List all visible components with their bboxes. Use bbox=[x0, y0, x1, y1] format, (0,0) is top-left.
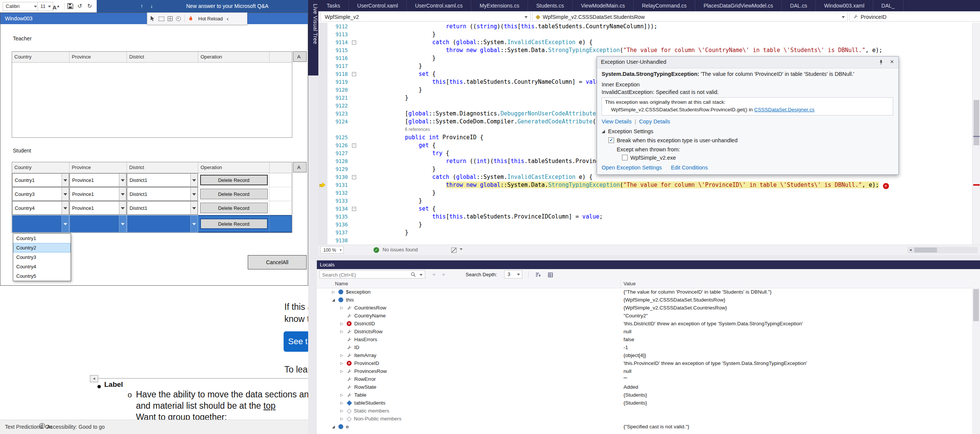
combo-dropdown-button[interactable] bbox=[190, 201, 197, 214]
dropdown-item-country3[interactable]: Country3 bbox=[13, 252, 71, 262]
chevron-down-icon[interactable] bbox=[460, 248, 463, 252]
code-line-9133[interactable]: } bbox=[378, 197, 422, 205]
combo-dropdown-button[interactable] bbox=[119, 201, 126, 214]
undo-icon[interactable]: ↺ bbox=[77, 2, 82, 10]
scroll-left-icon[interactable]: ◄ bbox=[907, 247, 913, 253]
search-box[interactable] bbox=[320, 270, 425, 279]
code-line-9135[interactable]: this[this.tableStudents.ProvinceIDColumn… bbox=[378, 213, 603, 221]
delete-record-button[interactable]: Delete Record bbox=[200, 203, 268, 213]
combo-dropdown-button[interactable] bbox=[190, 174, 197, 187]
code-line-9137[interactable]: } bbox=[378, 229, 408, 237]
redo-icon[interactable]: ↻ bbox=[87, 2, 92, 10]
tab-tasks[interactable]: Tasks bbox=[318, 0, 349, 11]
locals-row-provincesrow[interactable]: ▷ProvincesRownull bbox=[317, 367, 972, 375]
dropdown-item-country5[interactable]: Country5 bbox=[13, 271, 71, 281]
code-line-9132[interactable]: } bbox=[378, 189, 436, 197]
column-header-name[interactable]: Name bbox=[335, 281, 348, 287]
tab-placesdatagridviewmodel-cs[interactable]: PlacesDataGridViewModel.cs bbox=[695, 0, 782, 11]
select-element-icon[interactable] bbox=[150, 16, 155, 22]
see-the-answer-button[interactable]: See t bbox=[284, 331, 308, 352]
scroll-left-icon[interactable]: ◄ bbox=[90, 375, 98, 382]
district-combo[interactable]: District1 bbox=[127, 173, 198, 187]
search-icon[interactable] bbox=[411, 272, 416, 279]
show-layout-icon[interactable] bbox=[168, 16, 173, 21]
expander-icon[interactable]: ◢ bbox=[332, 424, 338, 429]
province-combo[interactable]: Province1 bbox=[70, 173, 127, 187]
pin-icon[interactable] bbox=[879, 60, 883, 66]
locals-row-table[interactable]: ▷Table{Students} bbox=[317, 391, 972, 399]
delete-record-button[interactable]: Delete Record bbox=[200, 175, 268, 185]
word-titlebar[interactable]: ↑ ↓ New answer to your Microsoft Q&A bbox=[97, 0, 308, 13]
combo-dropdown-button[interactable] bbox=[119, 215, 126, 232]
column-header-province[interactable]: Province bbox=[70, 162, 127, 173]
tab-dal-cs[interactable]: DAL.cs bbox=[782, 0, 816, 11]
grow-font-button[interactable]: A▲ bbox=[52, 2, 60, 11]
locals-row-rowstate[interactable]: RowStateAdded bbox=[317, 383, 972, 391]
expander-icon[interactable]: ▷ bbox=[340, 353, 347, 357]
province-combo[interactable]: Province1 bbox=[70, 201, 127, 215]
copy-details-link[interactable]: Copy Details bbox=[639, 119, 670, 125]
grid-icon[interactable] bbox=[545, 270, 555, 279]
locals-row-rowerror[interactable]: RowError"" bbox=[317, 375, 972, 383]
cancel-all-button[interactable]: CancelAll bbox=[248, 255, 307, 269]
combo-dropdown-button[interactable] bbox=[119, 188, 126, 200]
redo-icon[interactable]: ↓ bbox=[150, 3, 153, 9]
code-line-9116[interactable]: } bbox=[378, 54, 436, 62]
search-input[interactable] bbox=[320, 271, 410, 279]
expander-icon[interactable]: ▷ bbox=[340, 306, 347, 310]
break-checkbox[interactable]: ✓ bbox=[608, 137, 614, 143]
display-adorners-icon[interactable] bbox=[159, 17, 164, 21]
scrollbar-thumb[interactable] bbox=[914, 247, 937, 252]
locals-row-districtsrow[interactable]: ▷DistrictsRownull bbox=[317, 328, 972, 336]
expander-icon[interactable]: ▷ bbox=[340, 322, 347, 326]
column-header-country[interactable]: Country bbox=[12, 162, 70, 173]
dropdown-item-country4[interactable]: Country4 bbox=[13, 262, 71, 271]
view-details-link[interactable]: View Details bbox=[601, 119, 632, 125]
chevron-down-icon[interactable] bbox=[420, 274, 423, 277]
locals-row-tablestudents[interactable]: ▷tableStudents{Students} bbox=[317, 399, 972, 407]
live-visual-tree-tab[interactable]: Live Visual Tree bbox=[308, 0, 318, 76]
tab-usercontrol-xaml[interactable]: UserControl.xaml bbox=[349, 0, 407, 11]
dropdown-item-country1[interactable]: Country1 bbox=[13, 234, 71, 243]
province-combo[interactable]: Province1 bbox=[70, 187, 127, 201]
open-exception-settings-link[interactable]: Open Exception Settings bbox=[601, 165, 662, 171]
locals-row-$exception[interactable]: ▷$exception{"The value for column 'Provi… bbox=[317, 288, 972, 296]
tab-viewmodelmain-cs[interactable]: ViewModelMain.cs bbox=[573, 0, 633, 11]
district-combo[interactable]: District1 bbox=[127, 187, 198, 201]
expander-icon[interactable]: ▷ bbox=[340, 417, 347, 421]
locals-row-countriesrow[interactable]: ▷CountriesRow{WpfSimple_v2.CSSSDataSet.C… bbox=[317, 304, 972, 312]
country-combo[interactable]: Country4 bbox=[12, 201, 69, 215]
combo-dropdown-button[interactable] bbox=[62, 174, 69, 187]
expander-icon[interactable]: ▷ bbox=[340, 409, 347, 413]
locals-row-countryname[interactable]: CountryName"Country2" bbox=[317, 312, 972, 320]
column-header-operation[interactable]: Operation bbox=[198, 162, 270, 173]
tab-relaycommand-cs[interactable]: RelayCommand.cs bbox=[634, 0, 695, 11]
next-result-icon[interactable]: ► bbox=[442, 272, 446, 277]
save-icon[interactable] bbox=[67, 3, 73, 11]
close-icon[interactable]: × bbox=[890, 58, 894, 66]
expander-icon[interactable]: ▷ bbox=[340, 329, 347, 334]
font-name-combo[interactable]: Calibri bbox=[3, 2, 39, 11]
code-line-9134[interactable]: set { bbox=[378, 205, 436, 213]
member-dropdown[interactable]: ProvinceID bbox=[850, 13, 980, 22]
delete-record-button[interactable]: Delete Record bbox=[200, 189, 268, 199]
teacher-grid-body[interactable] bbox=[12, 63, 292, 137]
country-combo[interactable] bbox=[12, 215, 69, 233]
country-combo[interactable]: Country1 bbox=[12, 173, 69, 187]
column-header-province[interactable]: Province bbox=[70, 52, 127, 62]
text-predictions-status[interactable]: Text Predictions: On bbox=[5, 424, 52, 430]
module-checkbox[interactable] bbox=[622, 155, 628, 160]
locals-row-this[interactable]: ◢this{WpfSimple_v2.CSSSDataSet.StudentsR… bbox=[317, 296, 972, 304]
code-line-9112[interactable]: return ((string)(this[this.tableStudents… bbox=[378, 23, 657, 30]
combo-dropdown-button[interactable] bbox=[62, 215, 69, 232]
code-line-9114[interactable]: catch (global::System.InvalidCastExcepti… bbox=[378, 38, 593, 46]
track-focus-icon[interactable] bbox=[176, 16, 181, 21]
codelens-references[interactable]: 6 references bbox=[405, 126, 430, 134]
edit-conditions-link[interactable]: Edit Conditions bbox=[671, 165, 708, 171]
district-combo[interactable]: District1 bbox=[127, 201, 198, 215]
delete-record-button[interactable]: Delete Record bbox=[200, 219, 268, 229]
code-line-9120[interactable]: } bbox=[378, 86, 422, 94]
undo-icon[interactable]: ↑ bbox=[140, 3, 143, 9]
expander-icon[interactable]: ▷ bbox=[332, 290, 338, 294]
editor-vertical-scrollbar[interactable] bbox=[972, 23, 980, 244]
